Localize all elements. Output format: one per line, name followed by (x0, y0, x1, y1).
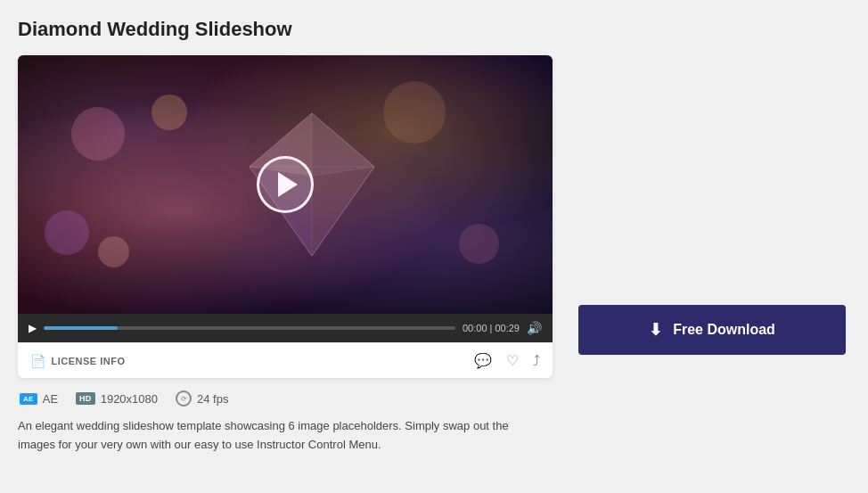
svg-marker-1 (312, 113, 374, 176)
resolution-meta: HD 1920x1080 (76, 392, 158, 406)
footer-actions: 💬 ♡ ⤴ (474, 352, 540, 369)
free-download-button[interactable]: ⬇ Free Download (578, 305, 846, 355)
page-title: Diamond Wedding Slideshow (18, 18, 850, 41)
video-preview[interactable] (18, 55, 553, 314)
video-card: ▶ 00:00 | 00:29 🔊 📄 LICENSE INFO 💬 (18, 55, 553, 378)
license-doc-icon: 📄 (30, 354, 46, 368)
heart-icon[interactable]: ♡ (506, 352, 519, 369)
svg-marker-3 (312, 167, 374, 256)
play-button[interactable] (257, 156, 314, 213)
progress-bar-fill (44, 326, 118, 330)
description: An elegant wedding slideshow template sh… (18, 417, 517, 455)
volume-icon[interactable]: 🔊 (527, 321, 542, 335)
time-display: 00:00 | 00:29 (463, 323, 520, 333)
software-meta: AE AE (20, 392, 58, 406)
right-column: ⬇ Free Download (574, 55, 850, 355)
download-label: Free Download (673, 322, 775, 338)
license-label: LICENSE INFO (52, 356, 126, 366)
main-content: ▶ 00:00 | 00:29 🔊 📄 LICENSE INFO 💬 (18, 55, 850, 455)
fps-icon: ⟳ (176, 390, 192, 407)
ae-badge: AE (20, 393, 37, 405)
software-label: AE (43, 392, 58, 406)
hd-badge: HD (76, 392, 95, 405)
fps-meta: ⟳ 24 fps (176, 390, 228, 407)
fps-label: 24 fps (197, 392, 228, 406)
left-column: ▶ 00:00 | 00:29 🔊 📄 LICENSE INFO 💬 (18, 55, 553, 455)
video-footer: 📄 LICENSE INFO 💬 ♡ ⤴ (18, 342, 553, 378)
comment-icon[interactable]: 💬 (474, 352, 492, 369)
page-container: Diamond Wedding Slideshow (0, 0, 868, 472)
play-triangle-icon (278, 172, 298, 197)
share-icon[interactable]: ⤴ (533, 353, 540, 369)
download-icon: ⬇ (649, 320, 662, 340)
resolution-label: 1920x1080 (101, 392, 158, 406)
video-controls-bar: ▶ 00:00 | 00:29 🔊 (18, 314, 553, 342)
play-pause-button[interactable]: ▶ (29, 322, 37, 334)
progress-bar[interactable] (44, 326, 455, 330)
meta-row: AE AE HD 1920x1080 ⟳ 24 fps (18, 390, 553, 407)
license-info-button[interactable]: 📄 LICENSE INFO (30, 354, 126, 368)
